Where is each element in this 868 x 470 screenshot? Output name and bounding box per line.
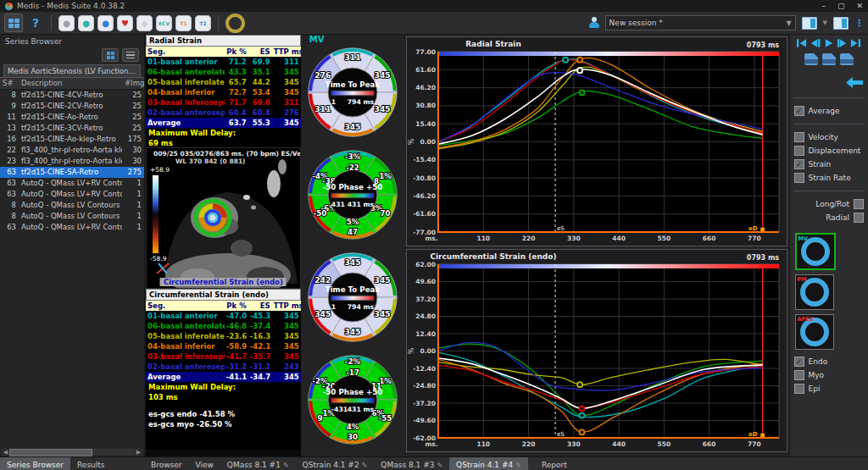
user-icon[interactable] [588,17,600,29]
svg-text:1: 1 [331,98,335,106]
tab-qmass-8-1-3[interactable]: QMass 8.1 #3✎ [374,457,449,470]
col-img-count: #Img [122,78,144,89]
export-data-button[interactable] [822,53,836,65]
checkbox-myo[interactable] [794,370,804,380]
export-movie-button[interactable] [840,53,854,65]
thumbnail-view-button[interactable] [102,48,119,62]
checkbox-row: ✓Endo [794,357,864,367]
circumferential-strain-chart[interactable]: 62.0049.6037.2024.8012.400.00-12.40-24.8… [406,249,787,452]
slice-thumbnail-apex[interactable]: APEX [795,314,834,350]
checkbox-average[interactable]: ✓ [794,106,804,116]
checkbox-endo[interactable]: ✓ [794,357,804,367]
table-row: 02-basal anteroseptal60.460.4276 [146,108,301,118]
pin-icon[interactable]: ✎ [437,462,442,469]
chevron-down-icon[interactable]: ▼ [823,19,827,26]
series-row[interactable]: 8AutoQ - QMass LV Contours LAX ...1 [0,211,144,222]
checkbox-displacement[interactable] [794,146,804,156]
series-row[interactable]: 9tf2d15-CINE-2CV-Retro25 [0,101,144,112]
overflow-menu-icon[interactable]: ⋮ [854,18,864,29]
pin-icon[interactable]: ✎ [515,462,521,469]
strain-table-title: Circumferential Strain (endo) [146,289,301,301]
series-row[interactable]: 22fl3_400_thr-pl-retro-Aorta klep30 [0,145,144,156]
svg-text:431 ms: 431 ms [347,201,374,208]
series-row[interactable]: 16tf2d15-CINE-Ao-klep-Retro175 [0,134,144,145]
ecv-icon[interactable]: ECV [156,15,172,31]
svg-text:311: 311 [314,104,331,113]
layout-compare-button[interactable] [832,14,849,31]
play-button[interactable] [823,38,834,48]
series-row[interactable]: 8tf2d15-CINE-4CV-Retro25 [0,90,144,101]
help-button[interactable]: ? [27,14,44,31]
export-image-button[interactable] [804,53,818,65]
app-icon-2[interactable]: ● [78,15,94,31]
skip-last-button[interactable] [850,38,861,48]
t2-icon[interactable]: T2 [195,15,211,31]
minimize-button[interactable]: – [821,2,826,10]
session-select[interactable]: New session * ▼ [605,15,796,30]
close-button[interactable]: ✕ [856,2,863,10]
series-row[interactable]: 23fl3_400_thr-pl-retro-Aorta klep_P30 [0,156,144,167]
series-row[interactable]: 13tf2d15-CINE-3CV-Retro25 [0,123,144,134]
scroll-right-icon[interactable]: ▶ [135,449,142,456]
series-row[interactable]: 63AutoQ - QMass LV+RV Contours SAX1 [0,222,144,233]
svg-text:49.60: 49.60 [415,278,436,285]
checkbox-strain[interactable]: ✓ [794,159,804,169]
svg-text:330: 330 [567,440,581,448]
tab-qmass-8-1-1[interactable]: QMass 8.1 #1✎ [220,457,296,470]
maximize-button[interactable]: ▢ [837,2,845,10]
horizontal-scrollbar[interactable]: ◀ ▶ [2,448,142,456]
slice-thumbnail-mv[interactable]: MV [795,233,836,270]
checkbox-row: Displacement [794,146,864,156]
checkbox-velocity[interactable] [794,132,804,142]
colorbar-max: +58.9 [149,166,170,174]
series-row[interactable]: 8AutoQ - QMass LV Contours LAX ...1 [0,200,144,211]
pin-icon[interactable]: ✎ [362,462,368,469]
t1-icon[interactable]: T1 [175,15,192,31]
panel-tab-results[interactable]: Results [70,457,112,470]
skip-first-button[interactable] [796,38,807,48]
checkbox-row: ✓Strain [794,159,864,169]
layout-button[interactable] [4,14,23,32]
scrollbar-thumb[interactable] [9,449,92,456]
svg-text:62.00: 62.00 [415,261,436,268]
divider [793,191,865,191]
panel-tab-series-browser[interactable]: Series Browser [0,457,70,470]
tab-report[interactable]: Report [535,457,574,470]
image-viewport[interactable]: 009/25 035/0276/863 ms. (70 bpm) ES/Ven … [146,147,301,289]
layout-single-button[interactable] [801,14,818,31]
tab-qstrain-4-1-2[interactable]: QStrain 4.1 #2✎ [296,457,375,470]
scroll-left-icon[interactable]: ◀ [2,449,9,456]
slice-thumbnail-pm[interactable]: PM [795,274,834,310]
study-tab[interactable]: Medis AorticStenosis (LV Function, Flow)… [3,64,141,77]
tab-browser[interactable]: Browser [144,457,188,470]
checkbox-long-rot[interactable] [854,199,864,209]
tab-view[interactable]: View [188,457,220,470]
qstrain-app-button[interactable] [225,14,245,31]
series-row[interactable]: 63tf2d15-CINE-SA-Retro275 [0,167,144,178]
checkbox-label: Long/Rot [815,200,849,208]
thumbnail-label: APEX [798,316,814,323]
list-view-button[interactable] [122,48,139,62]
pin-icon[interactable]: ✎ [283,462,289,469]
app-icon-1[interactable]: ● [58,15,75,31]
series-row[interactable]: 63AutoQ - QMass LV+RV Contours1 [0,178,144,189]
app-icon-4[interactable]: ♥ [117,15,133,31]
svg-text:-17: -17 [346,368,359,377]
series-row[interactable]: 63AutoQ - QMass LV+RV Contours1 [0,189,144,200]
checkbox-row: Velocity [794,132,864,142]
checkbox-epi[interactable] [794,384,804,394]
app-icon-3[interactable]: ● [97,15,114,31]
radial-strain-chart[interactable]: 77.0061.6046.2030.8015.400.00-15.40-30.8… [406,36,787,246]
series-table-header[interactable]: S# Description #Img [0,78,144,90]
wall-delay-label: Maximum Wall Delay: [146,382,301,392]
checkbox-strain-rate[interactable] [794,173,804,183]
series-row[interactable]: 11tf2d15-CINE-Ao-Retro25 [0,112,144,123]
frame-back-button[interactable] [810,38,821,48]
window-title: Medis - Medis Suite 4.0.38.2 [17,2,125,10]
frame-forward-button[interactable] [837,38,848,48]
app-icon-5[interactable]: ◆ [136,15,153,31]
back-button[interactable] [793,77,863,88]
tab-qstrain-4-1-4[interactable]: QStrain 4.1 #4✎ [449,457,528,470]
svg-text:eD: eD [748,225,758,232]
checkbox-radial[interactable] [854,213,864,223]
